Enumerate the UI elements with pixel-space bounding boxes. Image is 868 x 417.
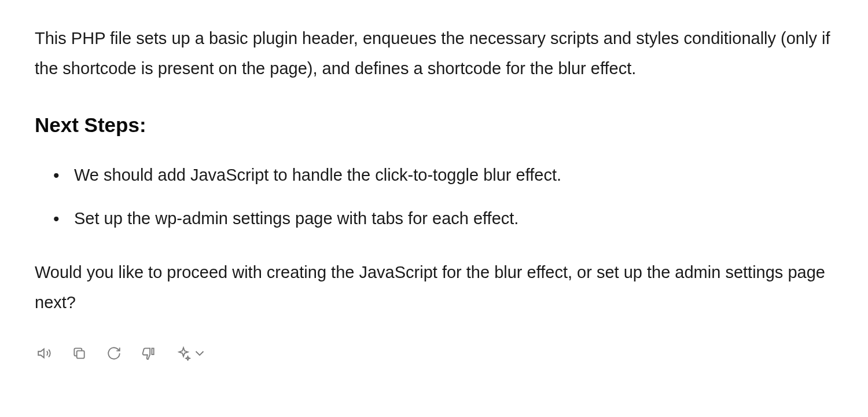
thumbs-down-button[interactable] <box>139 343 159 365</box>
speaker-button[interactable] <box>35 343 54 365</box>
next-steps-list: We should add JavaScript to handle the c… <box>35 162 833 232</box>
sparkle-button[interactable] <box>174 343 209 365</box>
closing-question: Would you like to proceed with creating … <box>35 257 833 317</box>
sparkle-icon <box>176 346 191 363</box>
speaker-icon <box>37 346 52 363</box>
chevron-down-icon <box>192 346 207 363</box>
copy-button[interactable] <box>69 343 89 365</box>
next-steps-heading: Next Steps: <box>35 107 833 143</box>
message-toolbar <box>35 343 833 365</box>
refresh-button[interactable] <box>104 343 124 365</box>
copy-icon <box>72 346 87 363</box>
refresh-icon <box>106 346 122 363</box>
svg-rect-0 <box>77 350 84 358</box>
list-item: Set up the wp-admin settings page with t… <box>53 205 833 232</box>
list-item: We should add JavaScript to handle the c… <box>53 162 833 188</box>
intro-paragraph: This PHP file sets up a basic plugin hea… <box>35 23 833 83</box>
thumbs-down-icon <box>141 346 156 363</box>
